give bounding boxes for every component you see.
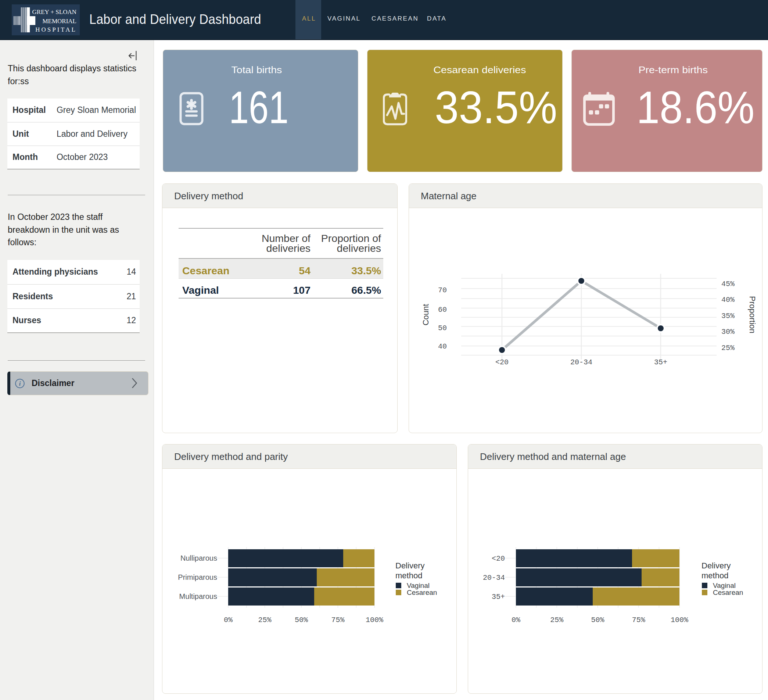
svg-text:40%: 40% (721, 296, 735, 304)
svg-text:<20: <20 (495, 358, 509, 367)
svg-text:method: method (701, 571, 728, 580)
svg-text:Cesarean: Cesarean (713, 589, 743, 596)
svg-text:25%: 25% (721, 344, 735, 352)
svg-text:0%: 0% (512, 616, 521, 624)
svg-text:Delivery: Delivery (395, 561, 424, 570)
svg-text:100%: 100% (670, 616, 689, 624)
svg-text:45%: 45% (721, 280, 735, 288)
svg-text:40: 40 (438, 342, 447, 351)
svg-text:GREY + SLOAN: GREY + SLOAN (32, 8, 77, 16)
svg-text:35+: 35+ (654, 358, 667, 367)
svg-text:25%: 25% (550, 616, 564, 624)
svg-text:Nulliparous: Nulliparous (181, 554, 217, 562)
svg-text:75%: 75% (632, 616, 646, 624)
svg-text:20-34: 20-34 (570, 358, 592, 367)
svg-text:75%: 75% (331, 616, 345, 624)
svg-text:0%: 0% (224, 616, 233, 624)
svg-text:Proportion: Proportion (748, 296, 757, 333)
svg-text:35%: 35% (721, 312, 735, 320)
svg-text:Vaginal: Vaginal (713, 581, 736, 589)
svg-text:25%: 25% (258, 616, 272, 624)
svg-text:100%: 100% (366, 616, 384, 624)
svg-text:50: 50 (438, 324, 447, 332)
svg-text:Multiparous: Multiparous (179, 592, 217, 601)
svg-text:i: i (19, 380, 21, 387)
svg-text:50%: 50% (591, 616, 605, 624)
svg-text:Delivery: Delivery (701, 561, 731, 570)
svg-text:20-34: 20-34 (483, 573, 505, 582)
svg-text:Cesarean: Cesarean (407, 589, 437, 596)
svg-text:50%: 50% (295, 616, 308, 624)
svg-text:method: method (395, 571, 422, 580)
svg-text:HOSPITAL: HOSPITAL (35, 26, 77, 33)
svg-text:35+: 35+ (492, 593, 505, 601)
svg-text:60: 60 (438, 306, 447, 314)
svg-text:Primiparous: Primiparous (178, 573, 217, 581)
svg-text:MEMORIAL: MEMORIAL (42, 18, 77, 25)
svg-text:30%: 30% (721, 328, 735, 336)
svg-text:70: 70 (438, 286, 447, 295)
svg-text:<20: <20 (492, 554, 505, 563)
svg-text:Count: Count (421, 304, 430, 326)
svg-text:Vaginal: Vaginal (407, 581, 430, 589)
